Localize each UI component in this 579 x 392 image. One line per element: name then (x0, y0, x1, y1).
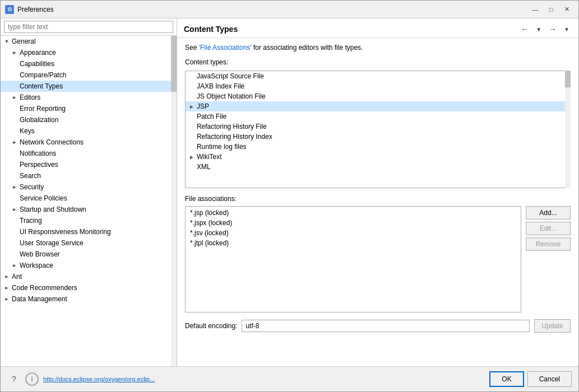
encoding-input[interactable] (242, 320, 530, 332)
filter-input[interactable] (4, 21, 173, 33)
main-content: ▼ General ► Appearance ► Capabilities ► … (1, 18, 578, 366)
cancel-button[interactable]: Cancel (527, 371, 572, 387)
tree-item-keys[interactable]: ► Keys (1, 125, 177, 137)
file-assoc-item-jspx[interactable]: *.jspx (locked) (187, 218, 520, 228)
file-assoc-item-jtpl[interactable]: *.jtpl (locked) (187, 238, 520, 248)
content-type-wikitext[interactable]: ► WikiText (186, 152, 570, 162)
expand-icon: ▼ (3, 38, 11, 45)
tree-item-compare-patch[interactable]: ► Compare/Patch (1, 69, 177, 81)
info-button[interactable]: i (25, 372, 39, 386)
expand-icon: ► (11, 138, 18, 146)
file-associations-section: File associations: *.jsp (locked) *.jspx… (185, 193, 571, 312)
content-type-label: XML (197, 163, 211, 171)
content-type-xml[interactable]: ► XML (186, 162, 570, 172)
right-header: Content Types ← ▼ → ▼ (177, 18, 578, 38)
tree-item-label: Network Connections (18, 138, 85, 147)
tree-item-notifications[interactable]: ► Notifications (1, 148, 177, 159)
content-type-refactoring-history[interactable]: ► Refactoring History File (186, 122, 570, 132)
tree-item-label: Appearance (18, 48, 57, 57)
content-type-jsp[interactable]: ► JSP (186, 101, 570, 111)
encoding-row: Default encoding: Update (185, 319, 571, 333)
add-button[interactable]: Add... (526, 206, 571, 220)
tree-item-label: Security (18, 183, 45, 192)
description-suffix: for associating editors with file types. (252, 44, 363, 52)
content-type-js-object[interactable]: ► JS Object Notation File (186, 91, 570, 101)
content-type-label: JAXB Index File (197, 82, 244, 90)
statusbar-url[interactable]: http://docs.eclipse.org/oxygen/org.eclip… (43, 376, 155, 382)
update-button[interactable]: Update (534, 319, 571, 333)
tree-item-web-browser[interactable]: ► Web Browser (1, 249, 177, 260)
file-associations-link[interactable]: 'File Associations' (199, 44, 252, 52)
statusbar: http://docs.eclipse.org/oxygen/org.eclip… (39, 375, 489, 383)
right-panel: Content Types ← ▼ → ▼ See 'File Associat… (177, 18, 578, 366)
close-button[interactable]: ✕ (559, 4, 574, 15)
minimize-button[interactable]: — (528, 4, 543, 15)
forward-dropdown-button[interactable]: ▼ (562, 25, 572, 34)
tree-item-label: Workspace (18, 261, 54, 270)
tree-item-general[interactable]: ▼ General (1, 36, 177, 47)
content-type-refactoring-index[interactable]: ► Refactoring History Index (186, 132, 570, 142)
tree-scrollbar-thumb[interactable] (171, 36, 177, 92)
tree-item-label: Service Policies (18, 194, 68, 203)
tree-item-error-reporting[interactable]: ► Error Reporting (1, 103, 177, 114)
help-button[interactable]: ? (7, 372, 21, 386)
dialog-buttons: OK Cancel (489, 371, 572, 387)
expand-icon: ► (11, 262, 18, 269)
ok-button[interactable]: OK (489, 371, 524, 387)
content-type-js-source[interactable]: ► JavaScript Source File (186, 71, 570, 81)
maximize-button[interactable]: □ (544, 4, 558, 15)
content-types-scrollbar-thumb[interactable] (565, 71, 571, 87)
tree-item-search[interactable]: ► Search (1, 170, 177, 181)
content-types-scrollbar-track (565, 71, 571, 188)
preferences-window: ⚙ Preferences — □ ✕ ▼ General ► App (0, 0, 579, 392)
content-type-label: Refactoring History Index (197, 133, 272, 141)
description-line: See 'File Associations' for associating … (185, 44, 571, 52)
file-assoc-item-jsv[interactable]: *.jsv (locked) (187, 228, 520, 238)
tree-item-label: Startup and Shutdown (18, 205, 87, 214)
tree-item-label: Tracing (18, 216, 43, 225)
expand-icon: ► (189, 104, 194, 110)
tree-item-tracing[interactable]: ► Tracing (1, 215, 177, 226)
tree-item-label: Search (18, 171, 42, 180)
tree-item-code-recommenders[interactable]: ► Code Recommenders (1, 282, 177, 293)
content-type-runtime-log[interactable]: ► Runtime log files (186, 142, 570, 152)
tree-item-appearance[interactable]: ► Appearance (1, 47, 177, 58)
back-dropdown-button[interactable]: ▼ (534, 25, 544, 34)
expand-icon: ► (11, 49, 18, 57)
app-icon: ⚙ (5, 5, 14, 14)
content-type-label: JS Object Notation File (197, 92, 266, 100)
tree-item-content-types[interactable]: ► Content Types (1, 81, 177, 92)
edit-button[interactable]: Edit... (526, 222, 571, 235)
tree-item-label: Notifications (18, 149, 57, 158)
tree-item-ant[interactable]: ► Ant (1, 271, 177, 282)
tree-item-label: Globalization (18, 115, 59, 124)
forward-button[interactable]: → (545, 23, 561, 35)
filter-container (1, 18, 177, 36)
remove-button[interactable]: Remove (526, 237, 571, 251)
tree-item-ui-responsiveness[interactable]: ► UI Responsiveness Monitoring (1, 226, 177, 237)
tree-item-data-management[interactable]: ► Data Management (1, 293, 177, 305)
tree-item-editors[interactable]: ► Editors (1, 92, 177, 103)
tree-item-security[interactable]: ► Security (1, 181, 177, 193)
file-assoc-item-jsp[interactable]: *.jsp (locked) (187, 208, 520, 218)
expand-icon: ► (189, 154, 194, 160)
tree-item-workspace[interactable]: ► Workspace (1, 260, 177, 271)
expand-icon: ► (3, 295, 11, 303)
tree-item-startup-shutdown[interactable]: ► Startup and Shutdown (1, 204, 177, 215)
back-button[interactable]: ← (517, 23, 532, 35)
tree-item-label: General (11, 37, 37, 46)
tree-item-label: Ant (11, 272, 23, 281)
content-type-jaxb-index[interactable]: ► JAXB Index File (186, 81, 570, 91)
content-type-patch-file[interactable]: ► Patch File (186, 111, 570, 122)
encoding-label: Default encoding: (185, 322, 237, 330)
tree-item-perspectives[interactable]: ► Perspectives (1, 159, 177, 170)
expand-icon: ► (11, 94, 18, 101)
tree-item-user-storage[interactable]: ► User Storage Service (1, 237, 177, 249)
tree-item-network-connections[interactable]: ► Network Connections (1, 137, 177, 148)
tree-item-label: Editors (18, 93, 41, 102)
tree-item-label: Code Recommenders (11, 283, 78, 292)
tree-item-capabilities[interactable]: ► Capabilities (1, 58, 177, 69)
file-associations-row: *.jsp (locked) *.jspx (locked) *.jsv (lo… (185, 206, 571, 312)
tree-item-globalization[interactable]: ► Globalization (1, 114, 177, 125)
tree-item-service-policies[interactable]: ► Service Policies (1, 193, 177, 204)
